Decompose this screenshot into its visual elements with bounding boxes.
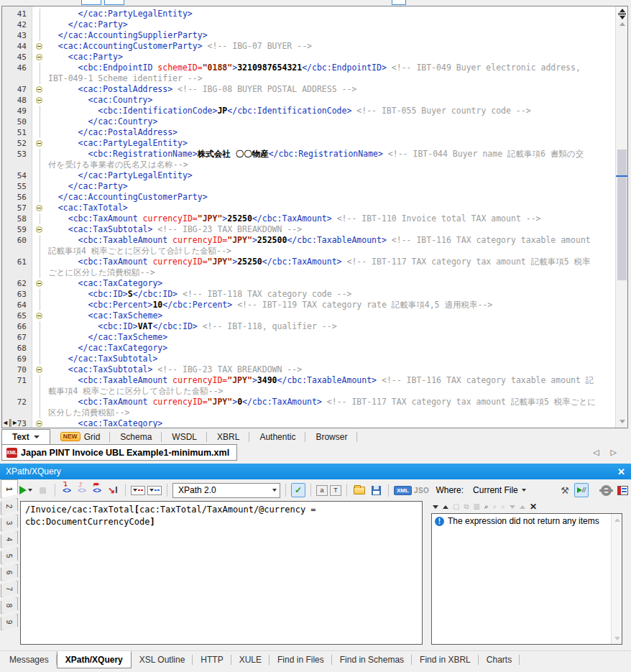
editor-line[interactable]: 53 <cbc:RegistrationName>株式会社 〇〇物産</cbc:… <box>2 149 603 160</box>
project-tools-icon[interactable]: ⚒ <box>558 483 572 497</box>
scroll-up-arrow[interactable] <box>616 19 628 29</box>
editor-line[interactable]: 62 <cac:TaxCategory> <box>2 278 603 289</box>
fold-collapse-icon[interactable] <box>32 95 48 106</box>
output-tab-xule[interactable]: XULE <box>231 651 270 668</box>
where-select[interactable]: Current File <box>473 485 518 495</box>
editor-line[interactable]: 46 <cbc:EndpointID schemeID="0188">32109… <box>2 63 603 73</box>
scrollbar-thumb[interactable] <box>617 149 627 280</box>
step-into-icon[interactable]: <>⮧ <box>60 483 73 497</box>
goto-previous-match-icon[interactable]: ⌕ <box>501 502 505 511</box>
xpath-tab-4[interactable]: 4 <box>1 531 18 548</box>
editor-line[interactable]: 47 <cac:PostalAddress> <!-- IBG-08 BUYER… <box>2 84 603 95</box>
output-tab-xsl-outline[interactable]: XSL Outline <box>132 651 193 668</box>
fold-collapse-icon[interactable] <box>32 138 48 149</box>
view-tab-schema[interactable]: Schema <box>110 429 162 444</box>
stop-evaluation-button[interactable] <box>35 483 50 497</box>
fold-collapse-icon[interactable] <box>32 310 48 321</box>
editor-line[interactable]: 43 </cac:AccountingSupplierParty> <box>2 30 603 41</box>
xml-text-editor[interactable]: 41 </cac:PartyLegalEntity>42 </cac:Party… <box>1 6 628 428</box>
editor-line[interactable]: 54 </cac:PartyLegalEntity> <box>2 170 603 181</box>
editor-line[interactable]: 66 <cbc:ID>VAT</cbc:ID> <!-- IBT-118, qu… <box>2 321 603 332</box>
editor-line[interactable]: 49 <cbc:IdentificationCode>JP</cbc:Ident… <box>2 106 603 116</box>
editor-line[interactable]: IBT-049-1 Scheme identifier --> <box>2 73 603 84</box>
editor-line[interactable]: 57 <cac:TaxTotal> <box>2 203 603 213</box>
clear-results-icon[interactable]: ✕ <box>530 502 537 511</box>
panel-close-icon[interactable]: ✕ <box>617 466 625 477</box>
scroll-results-up-icon[interactable] <box>520 505 525 509</box>
save-expression-icon[interactable] <box>369 483 383 497</box>
window-layout-icon[interactable] <box>615 483 630 497</box>
xml-mode-toggle[interactable]: XML <box>394 486 412 495</box>
editor-line[interactable]: 44 <cac:AccountingCustomerParty> <!-- IB… <box>2 41 603 52</box>
xpath-tab-2[interactable]: 2 <box>1 498 18 515</box>
editor-line[interactable]: 51 </cac:PostalAddress> <box>2 127 603 138</box>
xpath-tab-9[interactable]: 9 <box>1 614 18 630</box>
fold-collapse-icon[interactable] <box>32 278 48 289</box>
fold-collapse-icon[interactable] <box>32 203 48 213</box>
editor-line[interactable]: 69 </cac:TaxSubtotal> <box>2 354 603 364</box>
view-tab-wsdl[interactable]: WSDL <box>162 429 207 444</box>
copy-all-results-icon[interactable]: ⧉ <box>464 502 469 511</box>
editor-line[interactable]: 52 <cac:PartyLegalEntity> <box>2 138 603 149</box>
previous-result-icon[interactable] <box>443 505 448 509</box>
xpath-tab-3[interactable]: 3 <box>1 515 18 531</box>
editor-line[interactable]: 48 <cac:Country> <box>2 95 603 106</box>
fold-collapse-icon[interactable] <box>32 224 48 235</box>
xpath-tab-1[interactable]: 1 <box>1 479 18 498</box>
view-tab-text[interactable]: Text <box>1 429 50 444</box>
tab-scroll-left-icon[interactable]: ◁ <box>593 448 599 457</box>
editor-line[interactable]: 記載事項4 税率ごとに区分して合計した金額--> <box>2 246 603 257</box>
run-evaluation-button[interactable] <box>19 483 33 497</box>
json-mode-toggle[interactable]: JSO <box>414 487 430 494</box>
editor-line[interactable]: 載事項4 税率ごとに区分して合計した金額--> <box>2 386 603 397</box>
tab-scroll-right-icon[interactable]: ▷ <box>611 448 617 457</box>
editor-line[interactable]: 70 <cac:TaxSubtotal> <!-- IBG-23 TAX BRE… <box>2 364 603 375</box>
results-scrollbar[interactable] <box>611 514 622 644</box>
where-select-caret[interactable] <box>522 489 526 492</box>
fold-collapse-icon[interactable] <box>32 364 48 375</box>
editor-line[interactable]: 42 </cac:Party> <box>2 19 603 30</box>
results-list[interactable]: ! The expression did not return any item… <box>431 513 622 645</box>
output-tab-http[interactable]: HTTP <box>193 651 231 668</box>
next-result-icon[interactable] <box>433 505 438 509</box>
xpath-tab-8[interactable]: 8 <box>1 597 18 614</box>
step-out-icon[interactable]: <>⮥ <box>75 483 88 497</box>
editor-line[interactable]: 61 <cbc:TaxAmount currencyID="JPY">25250… <box>2 257 603 267</box>
editor-line[interactable]: 65 <cac:TaxScheme> <box>2 310 603 321</box>
fold-collapse-icon[interactable] <box>32 84 48 95</box>
view-tab-authentic[interactable]: Authentic <box>249 429 305 444</box>
results-scroll-up-arrow[interactable] <box>612 515 622 525</box>
output-tab-charts[interactable]: Charts <box>479 651 520 668</box>
editor-line[interactable]: 68 </cac:TaxCategory> <box>2 343 603 354</box>
results-as-text-icon[interactable]: T <box>330 485 341 496</box>
xpath-expression-input[interactable]: /Invoice/cac:TaxTotal[cac:TaxTotal/TaxAm… <box>20 501 423 645</box>
editor-line[interactable]: 55 </cac:Party> <box>2 181 603 192</box>
editor-line[interactable]: 45 <cac:Party> <box>2 52 603 63</box>
run-to-cursor-icon[interactable]: ↘I <box>106 483 120 497</box>
open-expression-icon[interactable] <box>352 483 367 497</box>
editor-line[interactable]: 67 </cac:TaxScheme> <box>2 332 603 343</box>
xpath-tab-7[interactable]: 7 <box>1 581 18 597</box>
settings-gear-icon[interactable] <box>599 483 613 497</box>
editor-line[interactable]: 64 <cbc:Percent>10</cbc:Percent> <!-- IB… <box>2 300 603 310</box>
output-tab-messages[interactable]: Messages <box>1 651 57 668</box>
editor-line[interactable]: 71 <cbc:TaxableAmount currencyID="JPY">3… <box>2 375 603 386</box>
editor-line[interactable]: 59 <cac:TaxSubtotal> <!-- IBG-23 TAX BRE… <box>2 224 603 235</box>
goto-next-match-icon[interactable]: ⌕ <box>493 502 497 511</box>
fold-collapse-icon[interactable] <box>32 418 48 428</box>
fold-collapse-icon[interactable] <box>32 41 48 52</box>
output-tab-find-in-files[interactable]: Find in Files <box>270 651 332 668</box>
editor-line[interactable]: 72 <cbc:TaxAmount currencyID="JPY">0</cb… <box>2 397 603 408</box>
results-scroll-down-arrow[interactable] <box>612 633 622 643</box>
output-tab-find-in-xbrl[interactable]: Find in XBRL <box>412 651 479 668</box>
step-over-icon[interactable]: <>⮫ <box>91 483 103 497</box>
editor-line[interactable]: 付を受ける事業者の氏名又は名称--> <box>2 160 603 170</box>
editor-line[interactable]: 60 <cbc:TaxableAmount currencyID="JPY">2… <box>2 235 603 246</box>
evaluate-on-typing-toggle[interactable]: ✓ <box>291 483 305 497</box>
editor-line[interactable]: 区分した消費税額--> <box>2 408 603 418</box>
editor-line[interactable]: ごとに区分した消費税額--> <box>2 267 603 278</box>
copy-result-icon[interactable]: ▢ <box>453 502 459 511</box>
results-as-list-icon[interactable]: a <box>316 485 328 496</box>
xpath-tab-5[interactable]: 5 <box>1 548 18 564</box>
editor-line[interactable]: 58 <cbc:TaxAmount currencyID="JPY">25250… <box>2 213 603 224</box>
